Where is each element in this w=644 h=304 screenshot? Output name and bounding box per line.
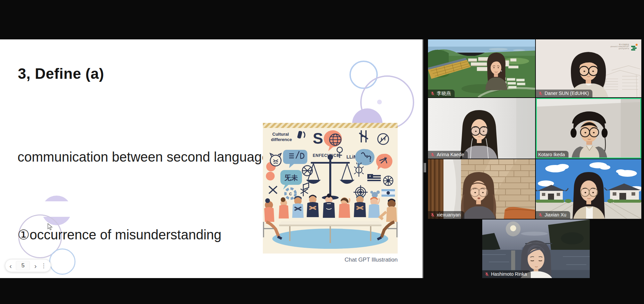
- mic-muted-icon: [430, 213, 435, 217]
- mic-muted-icon: [430, 153, 435, 157]
- slide-title: 3, Define (a): [18, 65, 104, 82]
- participant-name: xiexuanyan: [437, 212, 461, 217]
- us-flag-icon: [367, 174, 381, 183]
- face-kotaro-ikeda: [571, 111, 608, 159]
- video-tile-xiexuanyan[interactable]: xiexuanyan: [428, 159, 535, 219]
- mic-muted-icon: [485, 272, 489, 276]
- face-li-xiaoyan: [485, 53, 508, 90]
- participant-name-label: Hashimoto Rinka: [482, 270, 531, 278]
- video-tile-arima-kaede[interactable]: Arima Kaede: [428, 98, 535, 159]
- participant-name-label: xiexuanyan: [428, 211, 464, 219]
- face-xiexuanyan: [461, 172, 496, 219]
- participant-video: [428, 98, 535, 159]
- slide-line-intro: communication between second languages:: [18, 144, 280, 170]
- mic-muted-icon: [538, 91, 543, 96]
- video-tile-hashimoto-rinka[interactable]: Hashimoto Rinka: [482, 219, 590, 278]
- face-jiaxian-xu: [573, 172, 605, 219]
- participant-video: [536, 159, 641, 219]
- participant-video: [482, 219, 590, 278]
- illo-letter-s: S: [313, 130, 323, 147]
- slide-nav-bar: ‹ 5 › ⋮: [5, 259, 51, 272]
- slide-illustration: Cultural difference S: [263, 123, 398, 254]
- eduhk-logo-mark: [631, 43, 638, 51]
- participant-name-label: Kotaro Ikeda: [536, 151, 569, 159]
- slide-right-edge: [422, 39, 423, 278]
- illustration-caption: Chat GPT Illustration: [313, 257, 398, 263]
- mic-muted-icon: [430, 91, 435, 96]
- eduhk-logo: 香港教育大學 The Education University of Hong …: [610, 43, 638, 51]
- video-tile-li-xiaoyan[interactable]: 李晓燕: [428, 39, 535, 97]
- participant-name: Daner SUN (EdUHK): [545, 91, 589, 96]
- shared-screen-slide: 3, Define (a) communication between seco…: [0, 39, 423, 278]
- participant-video: [536, 98, 641, 159]
- wheel-icon: [384, 176, 393, 185]
- video-tile-kotaro-ikeda-active-speaker[interactable]: Kotaro Ikeda: [536, 98, 641, 159]
- participant-name-label: Daner SUN (EdUHK): [536, 90, 592, 97]
- illo-label-1: Cultural: [272, 132, 289, 137]
- svg-text:C: C: [289, 192, 292, 196]
- mic-muted-icon: [538, 213, 543, 217]
- meeting-window: 3, Define (a) communication between seco…: [0, 0, 644, 304]
- decor-dot: [377, 100, 382, 104]
- participant-name: Arima Kaede: [437, 152, 464, 157]
- slide-page-number: 5: [16, 261, 30, 270]
- next-slide-button[interactable]: ›: [34, 262, 37, 269]
- eduhk-logo-text: 香港教育大學 The Education University of Hong …: [610, 43, 629, 49]
- participant-name: Kotaro Ikeda: [538, 152, 565, 157]
- illo-label-2: difference: [271, 137, 292, 142]
- panel-resize-handle[interactable]: [424, 163, 426, 172]
- participant-name-label: 李晓燕: [428, 90, 455, 97]
- prev-slide-button[interactable]: ‹: [9, 262, 12, 269]
- blue-flag-icon: [381, 189, 395, 197]
- video-tile-daner-sun[interactable]: 香港教育大學 The Education University of Hong …: [536, 39, 641, 97]
- bubble-dot-orange: [266, 172, 275, 180]
- participant-name: 李晓燕: [437, 91, 451, 96]
- participant-name-label: Arima Kaede: [428, 151, 468, 159]
- slide-body-text: communication between second languages: …: [18, 92, 280, 278]
- participant-name: Hashimoto Rinka: [491, 272, 527, 276]
- illo-word-3: 旡未: [284, 174, 298, 181]
- illo-word-1: ENFECUNCE: [313, 153, 339, 158]
- participant-name: Jiaxian Xu: [545, 212, 566, 217]
- participant-video: [428, 159, 535, 219]
- video-tile-jiaxian-xu[interactable]: Jiaxian Xu: [536, 159, 641, 219]
- participant-video: [428, 39, 535, 97]
- slide-more-menu-button[interactable]: ⋮: [41, 263, 47, 269]
- slide-line-item1: ①occurrence of misunderstanding: [18, 222, 280, 248]
- mouse-cursor: [48, 223, 53, 231]
- participant-name-label: Jiaxian Xu: [536, 211, 570, 219]
